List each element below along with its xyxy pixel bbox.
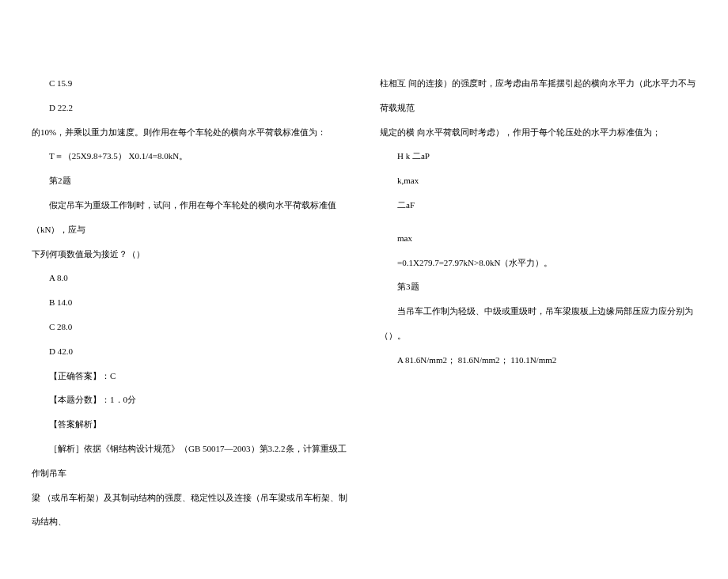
document-page: C 15.9 D 22.2 的10%，并乘以重力加速度。则作用在每个车轮处的横向… (0, 0, 728, 579)
formula-2: k,max (380, 168, 696, 193)
explanation-line-3: 柱相互 间的连接）的强度时，应考虑由吊车摇摆引起的横向水平力（此水平力不与荷载规… (380, 71, 696, 120)
formula-3: 二aF (380, 193, 696, 218)
q2-text-1: 假定吊车为重级工作制时，试问，作用在每个车轮处的横向水平荷载标准值（kN），应与 (32, 193, 348, 242)
q1-calculation: T＝（25X9.8+73.5） X0.1/4=8.0kN。 (32, 144, 348, 168)
q2-label: 第2题 (32, 168, 348, 193)
q2-text-2: 下列何项数值最为接近？（） (32, 242, 348, 267)
correct-answer: 【正确答案】：C (32, 364, 348, 388)
q2-option-a: A 8.0 (32, 266, 348, 290)
q1-option-c: C 15.9 (32, 71, 348, 96)
q3-label: 第3题 (380, 274, 696, 299)
q1-continuation: 的10%，并乘以重力加速度。则作用在每个车轮处的横向水平荷载标准值为： (32, 120, 348, 145)
explanation-line-4: 规定的横 向水平荷载同时考虑），作用于每个轮压处的水平力标准值为； (380, 120, 696, 145)
blank-line (380, 218, 696, 226)
formula-1: H k 二aP (380, 144, 696, 168)
formula-4: max (380, 226, 696, 251)
q2-option-c: C 28.0 (32, 315, 348, 339)
explanation-label: 【答案解析】 (32, 412, 348, 437)
q2-option-d: D 42.0 (32, 339, 348, 364)
formula-5: =0.1X279.7=27.97kN>8.0kN（水平力）。 (380, 251, 696, 275)
q2-option-b: B 14.0 (32, 290, 348, 315)
question-score: 【本题分数】：1．0分 (32, 388, 348, 412)
q3-text: 当吊车工作制为轻级、中级或重级时，吊车梁腹板上边缘局部压应力应分别为（）。 (380, 299, 696, 348)
explanation-line-1: ［解析］依据《钢结构设计规范》（GB 50017—2003）第3.2.2条，计算… (32, 437, 348, 486)
q1-option-d: D 22.2 (32, 96, 348, 120)
explanation-line-2: 梁 （或吊车桁架）及其制动结构的强度、稳定性以及连接（吊车梁或吊车桁架、制动结构… (32, 486, 348, 535)
q3-option-a: A 81.6N/mm2； 81.6N/mm2； 110.1N/mm2 (380, 348, 696, 373)
